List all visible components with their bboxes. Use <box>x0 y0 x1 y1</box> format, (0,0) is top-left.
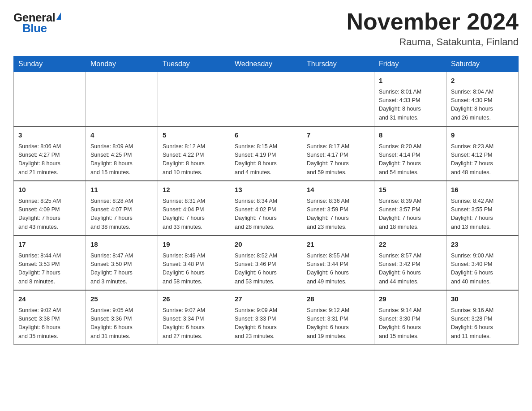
day-info: Sunrise: 8:55 AM Sunset: 3:44 PM Dayligh… <box>307 252 369 287</box>
calendar-week-row: 10Sunrise: 8:25 AM Sunset: 4:09 PM Dayli… <box>14 181 519 235</box>
day-info: Sunrise: 9:02 AM Sunset: 3:38 PM Dayligh… <box>18 306 81 341</box>
calendar-day-cell <box>230 72 302 127</box>
day-info: Sunrise: 8:28 AM Sunset: 4:07 PM Dayligh… <box>90 197 153 232</box>
calendar-week-row: 24Sunrise: 9:02 AM Sunset: 3:38 PM Dayli… <box>14 290 519 345</box>
day-info: Sunrise: 8:52 AM Sunset: 3:46 PM Dayligh… <box>235 252 297 287</box>
day-number: 6 <box>235 130 297 141</box>
day-number: 17 <box>18 240 81 250</box>
day-number: 5 <box>163 130 225 141</box>
day-number: 2 <box>451 76 514 86</box>
day-info: Sunrise: 8:39 AM Sunset: 3:57 PM Dayligh… <box>379 197 442 232</box>
day-info: Sunrise: 9:09 AM Sunset: 3:33 PM Dayligh… <box>235 306 297 341</box>
day-info: Sunrise: 9:14 AM Sunset: 3:30 PM Dayligh… <box>379 306 442 341</box>
calendar-day-cell <box>14 72 86 127</box>
day-info: Sunrise: 9:12 AM Sunset: 3:31 PM Dayligh… <box>307 306 369 341</box>
calendar-week-row: 17Sunrise: 8:44 AM Sunset: 3:53 PM Dayli… <box>14 235 519 290</box>
calendar-day-cell: 24Sunrise: 9:02 AM Sunset: 3:38 PM Dayli… <box>14 290 86 345</box>
logo-blue-text: Blue <box>13 22 47 34</box>
day-info: Sunrise: 8:47 AM Sunset: 3:50 PM Dayligh… <box>90 252 153 287</box>
day-number: 12 <box>163 185 225 195</box>
day-number: 26 <box>163 294 225 304</box>
day-number: 4 <box>90 130 153 141</box>
day-info: Sunrise: 8:06 AM Sunset: 4:27 PM Dayligh… <box>18 142 81 177</box>
calendar-day-cell: 1Sunrise: 8:01 AM Sunset: 4:33 PM Daylig… <box>374 72 446 127</box>
calendar-day-cell: 11Sunrise: 8:28 AM Sunset: 4:07 PM Dayli… <box>86 181 158 235</box>
day-info: Sunrise: 8:34 AM Sunset: 4:02 PM Dayligh… <box>235 197 297 232</box>
calendar-header-wednesday: Wednesday <box>230 56 302 72</box>
day-info: Sunrise: 8:42 AM Sunset: 3:55 PM Dayligh… <box>451 197 514 232</box>
day-number: 19 <box>163 240 225 250</box>
calendar-table: SundayMondayTuesdayWednesdayThursdayFrid… <box>13 56 519 345</box>
day-number: 23 <box>451 240 514 250</box>
day-number: 24 <box>18 294 81 304</box>
calendar-week-row: 1Sunrise: 8:01 AM Sunset: 4:33 PM Daylig… <box>14 72 519 127</box>
calendar-header-sunday: Sunday <box>14 56 86 72</box>
calendar-day-cell: 19Sunrise: 8:49 AM Sunset: 3:48 PM Dayli… <box>158 235 230 290</box>
day-number: 7 <box>307 130 369 141</box>
calendar-day-cell: 26Sunrise: 9:07 AM Sunset: 3:34 PM Dayli… <box>158 290 230 345</box>
day-info: Sunrise: 8:01 AM Sunset: 4:33 PM Dayligh… <box>379 88 442 123</box>
calendar-day-cell: 14Sunrise: 8:36 AM Sunset: 3:59 PM Dayli… <box>302 181 374 235</box>
title-block: November 2024 Rauma, Satakunta, Finland <box>347 9 519 48</box>
page-header: General Blue November 2024 Rauma, Sataku… <box>13 9 519 48</box>
day-number: 10 <box>18 185 81 195</box>
calendar-day-cell: 28Sunrise: 9:12 AM Sunset: 3:31 PM Dayli… <box>302 290 374 345</box>
calendar-day-cell <box>158 72 230 127</box>
day-info: Sunrise: 8:36 AM Sunset: 3:59 PM Dayligh… <box>307 197 369 232</box>
day-info: Sunrise: 8:17 AM Sunset: 4:17 PM Dayligh… <box>307 142 369 177</box>
day-number: 14 <box>307 185 369 195</box>
day-info: Sunrise: 8:25 AM Sunset: 4:09 PM Dayligh… <box>18 197 81 232</box>
calendar-day-cell: 27Sunrise: 9:09 AM Sunset: 3:33 PM Dayli… <box>230 290 302 345</box>
day-number: 9 <box>451 130 514 141</box>
calendar-day-cell: 9Sunrise: 8:23 AM Sunset: 4:12 PM Daylig… <box>446 126 519 181</box>
calendar-day-cell: 16Sunrise: 8:42 AM Sunset: 3:55 PM Dayli… <box>446 181 519 235</box>
calendar-header-tuesday: Tuesday <box>158 56 230 72</box>
day-number: 13 <box>235 185 297 195</box>
calendar-header-friday: Friday <box>374 56 446 72</box>
day-info: Sunrise: 9:00 AM Sunset: 3:40 PM Dayligh… <box>451 252 514 287</box>
day-info: Sunrise: 8:57 AM Sunset: 3:42 PM Dayligh… <box>379 252 442 287</box>
calendar-day-cell: 8Sunrise: 8:20 AM Sunset: 4:14 PM Daylig… <box>374 126 446 181</box>
day-number: 20 <box>235 240 297 250</box>
calendar-day-cell: 23Sunrise: 9:00 AM Sunset: 3:40 PM Dayli… <box>446 235 519 290</box>
calendar-header-thursday: Thursday <box>302 56 374 72</box>
calendar-day-cell: 21Sunrise: 8:55 AM Sunset: 3:44 PM Dayli… <box>302 235 374 290</box>
day-info: Sunrise: 8:12 AM Sunset: 4:22 PM Dayligh… <box>163 142 225 177</box>
calendar-day-cell: 17Sunrise: 8:44 AM Sunset: 3:53 PM Dayli… <box>14 235 86 290</box>
calendar-day-cell: 13Sunrise: 8:34 AM Sunset: 4:02 PM Dayli… <box>230 181 302 235</box>
day-info: Sunrise: 9:16 AM Sunset: 3:28 PM Dayligh… <box>451 306 514 341</box>
calendar-day-cell: 7Sunrise: 8:17 AM Sunset: 4:17 PM Daylig… <box>302 126 374 181</box>
calendar-day-cell: 30Sunrise: 9:16 AM Sunset: 3:28 PM Dayli… <box>446 290 519 345</box>
calendar-day-cell <box>302 72 374 127</box>
location-title: Rauma, Satakunta, Finland <box>347 36 519 48</box>
calendar-day-cell: 25Sunrise: 9:05 AM Sunset: 3:36 PM Dayli… <box>86 290 158 345</box>
day-info: Sunrise: 8:31 AM Sunset: 4:04 PM Dayligh… <box>163 197 225 232</box>
day-number: 11 <box>90 185 153 195</box>
calendar-day-cell: 15Sunrise: 8:39 AM Sunset: 3:57 PM Dayli… <box>374 181 446 235</box>
calendar-day-cell <box>86 72 158 127</box>
calendar-day-cell: 10Sunrise: 8:25 AM Sunset: 4:09 PM Dayli… <box>14 181 86 235</box>
calendar-header-monday: Monday <box>86 56 158 72</box>
day-number: 22 <box>379 240 442 250</box>
day-number: 21 <box>307 240 369 250</box>
day-number: 27 <box>235 294 297 304</box>
day-number: 16 <box>451 185 514 195</box>
logo-triangle-icon <box>56 13 61 20</box>
day-info: Sunrise: 9:07 AM Sunset: 3:34 PM Dayligh… <box>163 306 225 341</box>
calendar-day-cell: 2Sunrise: 8:04 AM Sunset: 4:30 PM Daylig… <box>446 72 519 127</box>
day-number: 18 <box>90 240 153 250</box>
day-number: 30 <box>451 294 514 304</box>
day-number: 8 <box>379 130 442 141</box>
day-info: Sunrise: 8:23 AM Sunset: 4:12 PM Dayligh… <box>451 142 514 177</box>
day-info: Sunrise: 8:04 AM Sunset: 4:30 PM Dayligh… <box>451 88 514 123</box>
calendar-day-cell: 22Sunrise: 8:57 AM Sunset: 3:42 PM Dayli… <box>374 235 446 290</box>
day-info: Sunrise: 9:05 AM Sunset: 3:36 PM Dayligh… <box>90 306 153 341</box>
calendar-day-cell: 4Sunrise: 8:09 AM Sunset: 4:25 PM Daylig… <box>86 126 158 181</box>
calendar-day-cell: 6Sunrise: 8:15 AM Sunset: 4:19 PM Daylig… <box>230 126 302 181</box>
day-info: Sunrise: 8:15 AM Sunset: 4:19 PM Dayligh… <box>235 142 297 177</box>
day-number: 3 <box>18 130 81 141</box>
day-number: 1 <box>379 76 442 86</box>
calendar-header-row: SundayMondayTuesdayWednesdayThursdayFrid… <box>14 56 519 72</box>
calendar-day-cell: 12Sunrise: 8:31 AM Sunset: 4:04 PM Dayli… <box>158 181 230 235</box>
calendar-week-row: 3Sunrise: 8:06 AM Sunset: 4:27 PM Daylig… <box>14 126 519 181</box>
